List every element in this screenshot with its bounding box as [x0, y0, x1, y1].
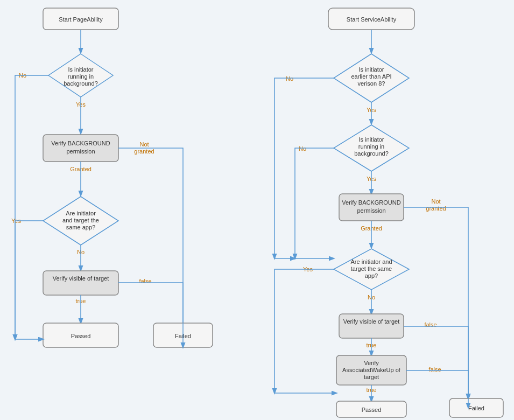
right-false-1: false [424, 321, 436, 328]
right-failed-label: Failed [468, 405, 484, 411]
right-not-granted2: granted [426, 205, 446, 212]
right-d1-l3: verison 8? [358, 80, 385, 87]
right-d2-l1: Is initiator [358, 136, 384, 143]
right-verify-wakeup-l1: Verify [364, 360, 379, 366]
right-d3-l3: app? [365, 272, 378, 279]
right-d3-l2: target the same [351, 265, 392, 272]
left-verify-bg-label1: Verify BACKGROUND [51, 140, 110, 146]
right-no2-line [295, 148, 334, 258]
left-false-1: false [139, 278, 151, 284]
right-verify-visible-rect [339, 314, 404, 338]
right-no1-line [274, 78, 334, 258]
left-verify-bg-label2: permission [66, 148, 95, 155]
diagram-container: Start PageAbility Is initiator running i… [0, 0, 514, 420]
left-verify-visible-rect [43, 271, 118, 295]
left-diamond-2-label1: Are initiator [66, 210, 96, 216]
left-verify-visible-label1: Verify visible of target [53, 275, 109, 282]
right-d3-l1: Are initiator and [350, 258, 392, 265]
left-diamond-1-label3: background? [64, 80, 98, 87]
left-not-granted2: granted [134, 148, 154, 155]
right-d2-l2: running in [358, 143, 384, 150]
right-verify-wakeup-l3: target [364, 374, 379, 380]
right-d1-l2: earlier than API [351, 73, 391, 80]
left-diamond-1-label2: running in [68, 73, 94, 80]
right-no-1: No [286, 75, 293, 82]
left-start-label: Start PageAbility [59, 16, 103, 23]
left-diamond-2-label3: same app? [66, 224, 95, 230]
right-false1-line [404, 326, 468, 398]
right-false-2: false [428, 366, 441, 373]
left-not-granted: Not [139, 141, 149, 148]
right-false2-line [406, 370, 468, 398]
right-verify-wakeup-l2: AssociatedWakeUp of [342, 367, 401, 373]
left-diamond-1-label: Is initiator [68, 66, 93, 73]
right-no-2: No [299, 145, 306, 152]
right-passed-label: Passed [362, 407, 382, 413]
left-yes2-line [15, 221, 43, 339]
right-not-granted1: Not [431, 198, 440, 205]
right-d1-l1: Is initiator [358, 66, 384, 73]
right-verify-visible-l1: Verify visible of target [343, 318, 400, 325]
left-no-line [15, 75, 48, 339]
right-verify-bg-l1: Verify BACKGROUND [342, 199, 400, 206]
left-diamond-2-label2: and target the [62, 217, 99, 223]
right-d2-l3: background? [354, 150, 389, 157]
right-yes3-line [274, 269, 334, 393]
left-not-granted-line [118, 148, 183, 339]
right-verify-bg-l2: permission [357, 207, 385, 214]
right-start-label: Start ServiceAbility [347, 16, 397, 23]
left-passed-label: Passed [71, 333, 91, 339]
